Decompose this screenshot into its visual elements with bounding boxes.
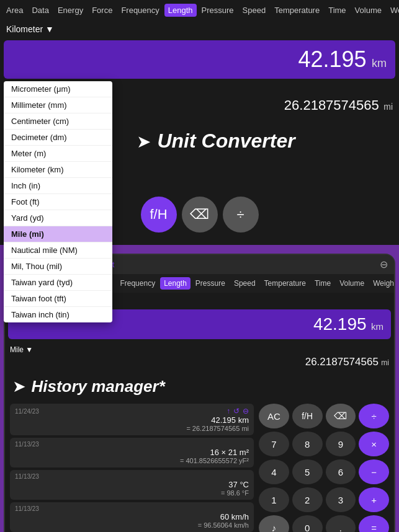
calc-key-[interactable]: −	[359, 459, 389, 484]
history-action-icon[interactable]: ↑	[226, 407, 230, 415]
dropdown-item[interactable]: Millimeter (mm)	[4, 97, 112, 113]
promo2-text: History manager*	[31, 377, 164, 396]
history-eq: = 401.8526655572 yF²	[15, 457, 249, 464]
dropdown-item[interactable]: Mil, Thou (mil)	[4, 259, 112, 275]
top-calc-btn-1[interactable]: ⌫	[182, 197, 218, 233]
calc-key-[interactable]: .	[326, 515, 356, 532]
calc-key-8[interactable]: 8	[292, 432, 323, 456]
topbar-close-btn[interactable]: ⊖	[380, 259, 388, 270]
promo2-area: ➤ History manager*	[5, 371, 394, 400]
from-unit-row: Kilometer ▼	[0, 20, 399, 38]
history-value: 42.195 km	[15, 415, 249, 425]
dropdown-item[interactable]: Taiwan foot (tft)	[4, 291, 112, 307]
tablet-second-value: 26.2187574565	[305, 356, 379, 368]
history-eq: = 98.6 °F	[15, 489, 249, 497]
second-result-value: 26.2187574565	[284, 97, 379, 113]
top-nav-tab-temperature[interactable]: Temperature	[271, 4, 323, 17]
top-nav-tab-volume[interactable]: Volume	[351, 4, 385, 17]
history-actions[interactable]: ↑↺⊖	[226, 407, 249, 415]
history-action-icon[interactable]: ⊖	[243, 407, 249, 415]
calc-key-[interactable]: =	[359, 515, 389, 532]
unit-dropdown-list: Micrometer (μm)Millimeter (mm)Centimeter…	[4, 81, 112, 322]
dropdown-item[interactable]: Taiwan inch (tin)	[4, 307, 112, 322]
history-item[interactable]: 11/13/2316 × 21 m²= 401.8526655572 yF²	[10, 438, 254, 468]
tablet-nav-tab-speed[interactable]: Speed	[230, 277, 259, 290]
dropdown-item[interactable]: Decimeter (dm)	[4, 130, 112, 146]
tablet-to-unit-label[interactable]: Mile ▼	[10, 345, 33, 354]
promo-arrow: ➤	[137, 132, 151, 151]
tablet-nav-tab-temperature[interactable]: Temperature	[261, 277, 310, 290]
top-nav-tab-speed[interactable]: Speed	[239, 4, 270, 17]
top-nav-tab-energy[interactable]: Energy	[54, 4, 87, 17]
calc-key-0[interactable]: 0	[292, 515, 323, 532]
history-eq: = 26.2187574565 mi	[15, 425, 249, 432]
dropdown-item[interactable]: Micrometer (μm)	[4, 81, 112, 97]
dropdown-item[interactable]: Meter (m)	[4, 146, 112, 162]
calc-key-2[interactable]: 2	[292, 487, 323, 512]
history-item[interactable]: 11/24/23↑↺⊖42.195 km= 26.2187574565 mi	[10, 404, 254, 435]
dropdown-item[interactable]: Nautical mile (NM)	[4, 242, 112, 259]
history-value: 16 × 21 m²	[15, 448, 249, 457]
dropdown-item[interactable]: Taiwan yard (tyd)	[4, 275, 112, 291]
calc-key-6[interactable]: 6	[326, 459, 356, 484]
history-action-icon[interactable]: ↺	[233, 407, 240, 415]
tablet-nav-tab-weight[interactable]: Weight	[369, 277, 394, 290]
top-nav-tab-force[interactable]: Force	[88, 4, 116, 17]
calc-key-fH[interactable]: f/H	[292, 404, 323, 428]
calc-key-[interactable]: +	[359, 487, 389, 512]
tablet-second-unit: mi	[381, 358, 389, 367]
from-unit-dropdown[interactable]: Kilometer ▼	[6, 24, 54, 34]
top-nav-tab-time[interactable]: Time	[325, 4, 349, 17]
history-item[interactable]: 11/13/2337 °C= 98.6 °F	[10, 470, 254, 500]
calc-key-[interactable]: ×	[359, 432, 389, 456]
tablet-nav-tab-frequency[interactable]: Frequency	[116, 277, 159, 290]
calc-key-1[interactable]: 1	[259, 487, 289, 512]
history-eq: = 96.56064 km/h	[15, 521, 249, 529]
history-item[interactable]: 11/13/2360 km/h= 96.56064 km/h	[10, 502, 254, 532]
top-nav-tab-frequency[interactable]: Frequency	[117, 4, 163, 17]
result-value: 42.195	[298, 47, 366, 72]
second-result-unit: mi	[383, 102, 393, 112]
top-nav-tab-area[interactable]: Area	[2, 4, 27, 17]
calc-panel: ACf/H⌫÷789×456−123+♪0.=	[259, 404, 389, 532]
tablet-nav-tab-pressure[interactable]: Pressure	[192, 277, 229, 290]
calc-key-3[interactable]: 3	[326, 487, 356, 512]
tablet-nav-tab-length[interactable]: Length	[160, 277, 191, 290]
tablet-result-unit: km	[371, 321, 383, 332]
calc-key-4[interactable]: 4	[259, 459, 289, 484]
tablet-second-result: 26.2187574565 mi	[5, 356, 394, 371]
calc-key-[interactable]: ÷	[359, 404, 389, 428]
top-section: AreaDataEnergyForceFrequencyLengthPressu…	[0, 0, 399, 245]
calc-grid: ACf/H⌫÷789×456−123+♪0.=	[259, 404, 389, 532]
result-unit: km	[372, 57, 387, 69]
tablet-nav-tab-time[interactable]: Time	[311, 277, 334, 290]
promo2-arrow: ➤	[12, 377, 26, 396]
top-calc-btn-0[interactable]: f/H	[141, 197, 177, 233]
calc-key-[interactable]: ⌫	[326, 404, 356, 428]
history-panel: 11/24/23↑↺⊖42.195 km= 26.2187574565 mi 1…	[10, 404, 254, 532]
dropdown-item[interactable]: Centimeter (cm)	[4, 113, 112, 130]
top-nav-tab-data[interactable]: Data	[28, 4, 52, 17]
calc-key-[interactable]: ♪	[259, 515, 289, 532]
top-nav-tab-length[interactable]: Length	[164, 4, 197, 17]
calc-key-7[interactable]: 7	[259, 432, 289, 456]
calc-key-AC[interactable]: AC	[259, 404, 289, 428]
top-nav-tab-pressure[interactable]: Pressure	[198, 4, 238, 17]
top-nav-tab-weight[interactable]: Weight	[387, 4, 399, 17]
from-unit-label: Kilometer ▼	[6, 24, 54, 34]
bottom-content: 11/24/23↑↺⊖42.195 km= 26.2187574565 mi 1…	[5, 400, 394, 532]
tablet-result-value: 42.195	[313, 314, 367, 334]
dropdown-item[interactable]: Kilometer (km)	[4, 162, 112, 178]
dropdown-item[interactable]: Yard (yd)	[4, 210, 112, 226]
dropdown-item[interactable]: Mile (mi)	[4, 226, 112, 242]
tablet-to-unit-row: Mile ▼	[5, 341, 394, 356]
dropdown-item[interactable]: Foot (ft)	[4, 194, 112, 210]
history-date: 11/13/23	[15, 441, 39, 448]
dropdown-item[interactable]: Inch (in)	[4, 178, 112, 194]
tablet-nav-tab-volume[interactable]: Volume	[336, 277, 368, 290]
top-calc-btn-2[interactable]: ÷	[223, 197, 259, 233]
calc-key-5[interactable]: 5	[292, 459, 323, 484]
calc-key-9[interactable]: 9	[326, 432, 356, 456]
history-value: 37 °C	[15, 480, 249, 489]
top-nav-tabs: AreaDataEnergyForceFrequencyLengthPressu…	[0, 0, 399, 20]
